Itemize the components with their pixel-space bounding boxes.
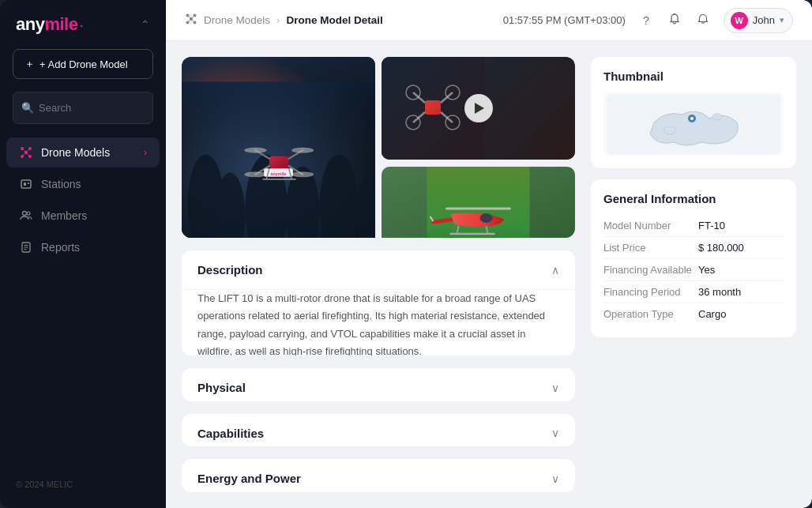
left-column: anymile: [182, 57, 575, 492]
capabilities-header[interactable]: Capabilities ∨: [182, 414, 575, 447]
sidebar-logo: anymile · ⌃: [0, 14, 166, 49]
drone-breadcrumb-icon: [185, 13, 197, 28]
page-content: anymile: [166, 41, 812, 508]
financing-period-label: Financing Period: [603, 286, 698, 298]
physical-title: Physical: [197, 381, 246, 394]
energy-power-accordion: Energy and Power ∨: [182, 459, 575, 492]
add-drone-button[interactable]: ＋ + Add Drone Model: [13, 49, 153, 79]
alert-button[interactable]: [664, 9, 686, 32]
svg-point-75: [664, 126, 676, 134]
nav-arrow-icon: ›: [144, 147, 147, 158]
topbar-right: 01:57:55 PM (GMT+03:00) ?: [503, 8, 793, 33]
info-row-financing-period: Financing Period 36 month: [603, 281, 784, 303]
add-drone-label: + Add Drone Model: [39, 58, 128, 70]
map-svg: [607, 95, 780, 154]
info-row-model-number: Model Number FT-10: [603, 215, 784, 237]
sidebar-item-drone-models[interactable]: Drone Models ›: [6, 137, 160, 167]
operation-type-value: Cargo: [698, 308, 726, 320]
stations-label: Stations: [41, 178, 81, 190]
description-title: Description: [197, 263, 263, 277]
search-input[interactable]: [39, 102, 171, 114]
stations-icon: [19, 177, 33, 191]
capabilities-title: Capabilities: [197, 427, 264, 440]
svg-point-76: [712, 114, 722, 120]
svg-point-12: [23, 212, 27, 216]
logo-text: anymile: [16, 14, 77, 35]
svg-point-13: [27, 212, 30, 215]
svg-rect-60: [427, 167, 530, 238]
general-info-card: General Information Model Number FT-10 L…: [591, 179, 796, 337]
drone-models-icon: [19, 145, 33, 160]
bell-button[interactable]: [692, 9, 714, 32]
thumbnail-card: Thumbnail: [591, 57, 796, 168]
play-icon: [475, 103, 484, 114]
reports-icon: [19, 240, 33, 254]
description-collapse-icon: ∧: [551, 264, 559, 277]
sidebar-footer: © 2024 MELIC: [0, 470, 166, 499]
physical-header[interactable]: Physical ∨: [182, 368, 575, 401]
alert-icon: [668, 13, 681, 28]
physical-accordion: Physical ∨: [182, 368, 575, 401]
model-number-value: FT-10: [698, 220, 725, 231]
bell-icon: [697, 13, 709, 28]
info-card-title: General Information: [603, 192, 784, 205]
right-column: Thumbnail: [591, 57, 796, 492]
user-badge[interactable]: W John ▾: [724, 8, 793, 33]
svg-point-41: [245, 148, 267, 152]
description-body: The LIFT 10 is a multi-rotor drone that …: [182, 289, 575, 356]
members-icon: [19, 209, 33, 223]
svg-rect-51: [425, 100, 441, 115]
svg-point-44: [291, 172, 314, 177]
svg-rect-36: [269, 156, 289, 168]
breadcrumb-parent[interactable]: Drone Models: [204, 14, 270, 26]
svg-rect-4: [24, 151, 28, 154]
topbar-time: 01:57:55 PM (GMT+03:00): [503, 14, 626, 26]
description-header[interactable]: Description ∧: [182, 250, 575, 289]
energy-power-header[interactable]: Energy and Power ∨: [182, 459, 575, 492]
sidebar-item-stations[interactable]: Stations: [6, 169, 160, 199]
drone-image: anymile: [182, 57, 375, 238]
operation-type-label: Operation Type: [603, 308, 698, 320]
search-icon: 🔍: [21, 102, 34, 114]
svg-point-68: [480, 213, 493, 223]
topbar: Drone Models › Drone Model Detail 01:57:…: [166, 0, 812, 41]
financing-available-value: Yes: [698, 264, 715, 276]
svg-point-43: [245, 172, 267, 177]
drone-models-label: Drone Models: [41, 146, 110, 159]
energy-power-expand-icon: ∨: [551, 472, 559, 485]
capabilities-expand-icon: ∨: [551, 427, 559, 439]
list-price-value: $ 180.000: [698, 242, 744, 254]
info-row-list-price: List Price $ 180.000: [603, 237, 784, 259]
breadcrumb: Drone Models › Drone Model Detail: [185, 13, 495, 28]
breadcrumb-separator: ›: [276, 14, 280, 26]
description-accordion: Description ∧ The LIFT 10 is a multi-rot…: [182, 250, 575, 356]
svg-rect-11: [28, 183, 29, 184]
sub-photo-2[interactable]: Show all photos: [382, 167, 575, 238]
help-button[interactable]: ?: [635, 9, 657, 32]
sub-photo-1[interactable]: [382, 57, 575, 160]
photo-grid: anymile: [182, 57, 575, 238]
capabilities-accordion: Capabilities ∨: [182, 414, 575, 447]
thumbnail-title: Thumbnail: [603, 70, 784, 83]
sidebar-item-members[interactable]: Members: [6, 201, 160, 231]
add-icon: ＋: [24, 57, 35, 71]
svg-text:anymile: anymile: [271, 171, 287, 176]
info-row-operation-type: Operation Type Cargo: [603, 303, 784, 325]
financing-available-label: Financing Available: [603, 264, 698, 276]
main-content: Drone Models › Drone Model Detail 01:57:…: [166, 0, 812, 508]
search-bar[interactable]: 🔍 ⌘ K: [13, 92, 153, 124]
energy-power-title: Energy and Power: [197, 472, 301, 485]
list-price-label: List Price: [603, 242, 698, 254]
help-icon: ?: [643, 14, 649, 27]
reports-label: Reports: [41, 241, 80, 254]
svg-rect-10: [24, 183, 26, 186]
sidebar-item-reports[interactable]: Reports: [6, 232, 160, 262]
play-button[interactable]: [464, 94, 493, 122]
members-label: Members: [41, 209, 87, 222]
svg-point-42: [291, 148, 314, 152]
info-row-financing-available: Financing Available Yes: [603, 259, 784, 281]
model-number-label: Model Number: [603, 220, 698, 231]
main-photo[interactable]: anymile: [182, 57, 375, 238]
logo-chevron-icon[interactable]: ⌃: [141, 18, 150, 31]
financing-period-value: 36 month: [698, 286, 741, 298]
